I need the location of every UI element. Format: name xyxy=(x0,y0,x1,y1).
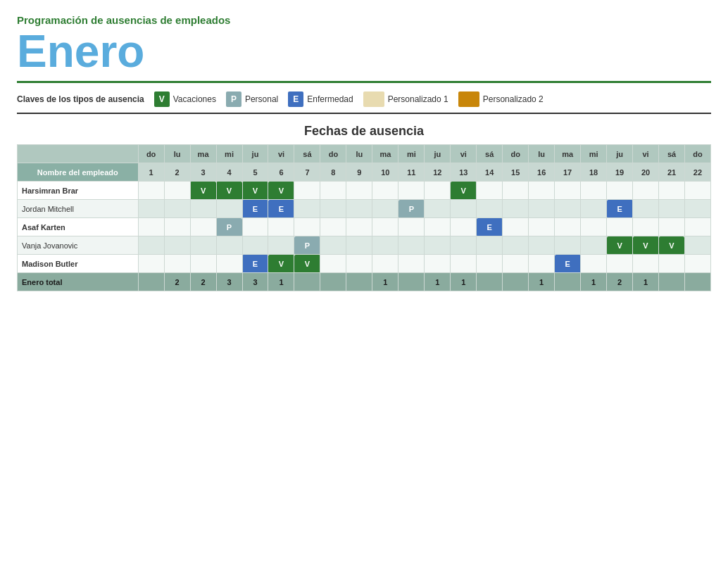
day-header-cell: do xyxy=(684,145,710,163)
legend-text-vacaciones: Vacaciones xyxy=(173,94,216,104)
calendar-cell xyxy=(555,218,581,236)
calendar-cell: V xyxy=(268,255,294,273)
calendar-cell xyxy=(425,255,451,273)
calendar-cell: P xyxy=(294,236,320,255)
calendar-cell xyxy=(684,200,710,218)
day-header-cell: mi xyxy=(216,145,242,163)
legend-item-personalizado1: Personalizado 1 xyxy=(363,91,448,107)
calendar-cell: V xyxy=(190,182,216,200)
calendar-cell: V xyxy=(294,255,320,273)
date-header-cell: 13 xyxy=(451,163,477,182)
totals-cell: 1 xyxy=(425,273,451,291)
totals-cell xyxy=(684,273,710,291)
calendar-cell xyxy=(684,182,710,200)
calendar-cell xyxy=(242,236,268,255)
legend-box-personalizado1 xyxy=(363,91,384,107)
calendar-cell: V xyxy=(451,182,477,200)
calendar-cell xyxy=(529,218,555,236)
calendar-cell xyxy=(659,218,685,236)
day-header-cell: ju xyxy=(607,145,633,163)
calendar-cell xyxy=(477,255,503,273)
day-header-cell: ma xyxy=(190,145,216,163)
legend-item-enfermedad: E Enfermedad xyxy=(288,91,353,107)
calendar-cell: V xyxy=(268,182,294,200)
totals-cell xyxy=(320,273,346,291)
calendar-cell xyxy=(607,255,633,273)
employee-name-cell: Asaf Karten xyxy=(18,218,139,236)
totals-cell: 2 xyxy=(164,273,190,291)
totals-cell: 2 xyxy=(190,273,216,291)
totals-row: Enero total223311111121 xyxy=(18,273,711,291)
calendar-cell xyxy=(503,255,529,273)
calendar-cell: E xyxy=(242,200,268,218)
totals-cell xyxy=(555,273,581,291)
employee-row: Harsimran BrarVVVVV xyxy=(18,182,711,200)
date-header-cell: 6 xyxy=(268,163,294,182)
day-header-cell: ma xyxy=(372,145,398,163)
calendar-cell: V xyxy=(659,236,685,255)
calendar-cell xyxy=(216,255,242,273)
calendar-cell xyxy=(346,218,372,236)
day-header-cell: sá xyxy=(477,145,503,163)
totals-label: Enero total xyxy=(18,273,139,291)
legend-item-personal: P Personal xyxy=(226,91,278,107)
legend-label: Claves de los tipos de ausencia xyxy=(17,94,144,104)
calendar-cell: V xyxy=(216,182,242,200)
calendar-cell: E xyxy=(607,200,633,218)
legend-text-personal: Personal xyxy=(245,94,278,104)
calendar-cell xyxy=(425,218,451,236)
calendar-cell xyxy=(294,218,320,236)
date-header-cell: 14 xyxy=(477,163,503,182)
calendar-cell xyxy=(372,236,398,255)
totals-cell: 1 xyxy=(633,273,659,291)
totals-cell: 3 xyxy=(216,273,242,291)
totals-cell xyxy=(294,273,320,291)
employee-row: Asaf KartenPE xyxy=(18,218,711,236)
calendar-cell: V xyxy=(633,236,659,255)
calendar-cell xyxy=(138,236,164,255)
date-header-cell: 2 xyxy=(164,163,190,182)
calendar-cell xyxy=(425,200,451,218)
calendar-cell xyxy=(164,218,190,236)
calendar-cell: V xyxy=(607,236,633,255)
date-header-cell: 20 xyxy=(633,163,659,182)
calendar-cell xyxy=(164,200,190,218)
calendar-cell xyxy=(581,218,607,236)
calendar-cell xyxy=(555,236,581,255)
calendar-cell xyxy=(346,200,372,218)
calendar-cell xyxy=(555,200,581,218)
calendar-cell xyxy=(242,218,268,236)
day-header-cell: lu xyxy=(346,145,372,163)
calendar-cell xyxy=(503,200,529,218)
calendar-cell xyxy=(529,200,555,218)
calendar-cell: E xyxy=(268,200,294,218)
day-header-cell: sá xyxy=(659,145,685,163)
page-title: Enero xyxy=(17,29,711,74)
calendar-cell xyxy=(581,182,607,200)
calendar-cell xyxy=(320,182,346,200)
calendar-cell xyxy=(190,255,216,273)
employee-name-cell: Madison Butler xyxy=(18,255,139,273)
date-header-cell: 10 xyxy=(372,163,398,182)
calendar-cell: P xyxy=(216,218,242,236)
day-header-name-col xyxy=(18,145,139,163)
calendar-cell xyxy=(268,218,294,236)
legend-text-enfermedad: Enfermedad xyxy=(307,94,353,104)
calendar-cell: V xyxy=(242,182,268,200)
date-header-cell: 18 xyxy=(581,163,607,182)
calendar-cell xyxy=(477,182,503,200)
date-header-cell: 12 xyxy=(425,163,451,182)
calendar-cell xyxy=(425,182,451,200)
legend-box-personalizado2 xyxy=(458,91,479,107)
date-header-cell: 4 xyxy=(216,163,242,182)
calendar-cell xyxy=(659,182,685,200)
day-header-cell: ju xyxy=(242,145,268,163)
totals-cell xyxy=(398,273,425,291)
calendar-cell xyxy=(607,218,633,236)
calendar-cell xyxy=(529,255,555,273)
day-header-cell: ma xyxy=(555,145,581,163)
day-header-cell: do xyxy=(503,145,529,163)
date-header-cell: 5 xyxy=(242,163,268,182)
calendar-cell xyxy=(607,182,633,200)
calendar-cell xyxy=(684,218,710,236)
